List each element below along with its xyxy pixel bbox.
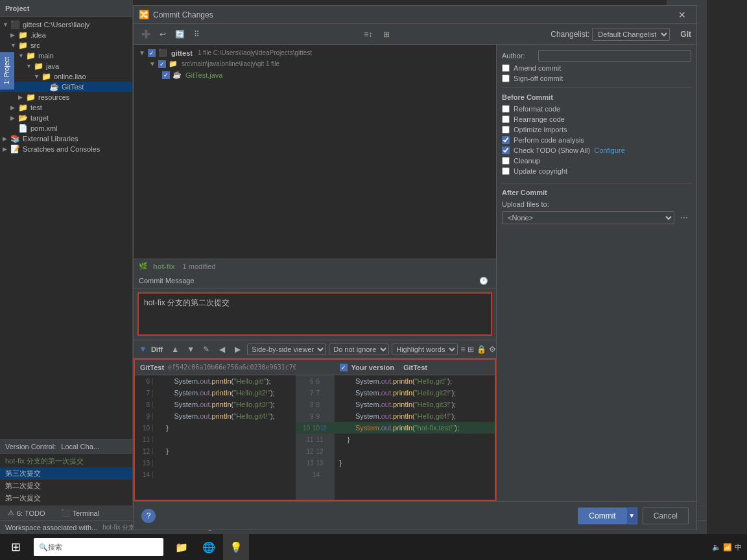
tree-label-gitfile: GitTest	[62, 83, 84, 91]
terminal-tab[interactable]: ⬛ Terminal	[53, 506, 108, 520]
viewer-select[interactable]: Side-by-side viewer	[247, 344, 326, 355]
diff-gear-button[interactable]: ⚙	[489, 342, 496, 356]
file-tree-root[interactable]: ▼ ✓ ⬛ gittest 1 file C:\Users\liaojy\Ide…	[136, 47, 493, 58]
cleanup-checkbox[interactable]	[502, 157, 510, 165]
diff-right-checkbox[interactable]: ✓	[340, 364, 348, 371]
taskbar-file-explorer[interactable]: 📁	[169, 534, 195, 560]
modified-count: 1 modified	[183, 262, 216, 270]
diff-left-header: GitTest ef542c06a10b66e756a6c0230e9631c7…	[135, 360, 296, 375]
author-input[interactable]	[538, 50, 691, 62]
signoff-commit-checkbox[interactable]	[502, 75, 510, 82]
dialog-close-button[interactable]: ✕	[673, 6, 691, 24]
after-commit-title: After Commit	[502, 189, 691, 196]
tree-item-java[interactable]: ▼ 📁 java	[0, 61, 132, 71]
highlight-select[interactable]: Highlight words	[392, 344, 458, 355]
changelist-select[interactable]: Default Changelist	[592, 28, 670, 41]
tree-item-online[interactable]: ▼ 📁 online.liao	[0, 71, 132, 82]
commit-split-button[interactable]: ▼	[627, 508, 637, 524]
start-button[interactable]: ⊞	[0, 534, 31, 560]
clock-icon[interactable]: 🕐	[479, 277, 488, 285]
diff-edit-button[interactable]: ✎	[199, 342, 213, 356]
configure-link[interactable]: Configure	[594, 146, 625, 154]
diff-prev-button[interactable]: ▲	[168, 342, 182, 356]
gutter-line-10: 1010☑	[296, 422, 335, 434]
file-tree-root-item[interactable]: ✓ ⬛ gittest 1 file C:\Users\liaojy\IdeaP…	[148, 49, 312, 57]
commit-button-group: Commit ▼	[578, 508, 637, 524]
rearrange-code-checkbox[interactable]	[502, 115, 510, 123]
gutter-line-12: 1212	[296, 445, 335, 457]
file-tree-sub[interactable]: ▼ ✓ 📁 src\main\java\online\liaojy\git 1 …	[136, 58, 493, 69]
toolbar-group-button[interactable]: ⊞	[379, 27, 394, 41]
amend-commit-checkbox[interactable]	[502, 64, 510, 72]
sub-checkbox[interactable]: ✓	[158, 60, 166, 68]
optimize-imports-checkbox[interactable]	[502, 126, 510, 134]
taskbar-edge[interactable]: 🌐	[196, 534, 222, 560]
diff-lock-button[interactable]: 🔒	[477, 342, 486, 356]
taskbar-intellij[interactable]: 💡	[223, 534, 249, 560]
tree-label-extlib: External Libraries	[23, 135, 78, 143]
help-button[interactable]: ?	[141, 509, 156, 523]
vc-item-4[interactable]: 第一次提交	[0, 492, 132, 504]
upload-select-row: <None> ⋯	[502, 211, 691, 225]
tree-item-extlib[interactable]: ▶ 📚 External Libraries	[0, 134, 132, 144]
perform-analysis-checkbox[interactable]	[502, 136, 510, 144]
toolbar-add-button[interactable]: ➕	[139, 27, 153, 41]
check-todo-row: Check TODO (Show All) Configure	[502, 146, 691, 154]
upload-select[interactable]: <None>	[502, 211, 674, 224]
tree-item-target[interactable]: ▶ 📂 target	[0, 113, 132, 123]
check-todo-checkbox[interactable]	[502, 146, 510, 154]
tree-item-src[interactable]: ▼ 📁 src	[0, 40, 132, 51]
gutter-line-13: 1313	[296, 457, 335, 469]
vc-item-2[interactable]: 第三次提交	[0, 467, 132, 480]
tree-item-test[interactable]: ▶ 📁 test	[0, 102, 132, 113]
taskbar-search[interactable]: 🔍 搜索	[34, 538, 163, 556]
tree-item-gittest[interactable]: ▼ ⬛ gittest C:\Users\liaojy	[0, 19, 132, 30]
after-commit-section: After Commit Upload files to: <None> ⋯	[502, 189, 691, 225]
left-tab-project[interactable]: 1: Project	[0, 52, 14, 89]
taskbar-app-icons: 📁 🌐 💡	[169, 534, 249, 560]
root-checkbox[interactable]: ✓	[148, 49, 156, 57]
folder-icon-test: 📁	[18, 103, 28, 112]
toolbar-sort-button[interactable]: ≡↕	[361, 27, 375, 41]
update-copyright-checkbox[interactable]	[502, 167, 510, 175]
vc-item-1[interactable]: hot-fix 分支的第一次提交	[0, 455, 132, 467]
gutter-line-14: 14	[296, 469, 335, 480]
file-tree-file[interactable]: ✓ ☕ GitTest.java	[136, 69, 493, 80]
left-vertical-tabs: 1: Project	[0, 52, 14, 89]
diff-columns-button[interactable]: ⊞	[468, 342, 474, 356]
diff-collapse-icon[interactable]: ▼	[139, 344, 147, 354]
cancel-button[interactable]: Cancel	[643, 508, 689, 524]
diff-left-line-11: 11	[135, 434, 296, 445]
file-checkbox[interactable]: ✓	[162, 71, 170, 79]
diff-label: Diff	[151, 345, 163, 353]
tree-item-main[interactable]: ▼ 📁 main	[0, 51, 132, 61]
folder-icon-resources: 📁	[26, 93, 36, 102]
tree-item-idea[interactable]: ▶ 📁 .idea	[0, 30, 132, 40]
vc-item-3[interactable]: 第二次提交	[0, 480, 132, 492]
toolbar-more-button[interactable]: ⠿	[189, 27, 204, 41]
commit-msg-input[interactable]	[139, 294, 491, 332]
toolbar-refresh-button[interactable]: 🔄	[172, 27, 187, 41]
diff-next-button[interactable]: ▼	[184, 342, 198, 356]
tree-item-pom[interactable]: 📄 pom.xml	[0, 123, 132, 134]
tree-label-scratches: Scratches and Consoles	[23, 145, 100, 153]
todo-tab[interactable]: ⚠ 6: TODO	[0, 506, 53, 520]
dialog-right-panel: Author: Amend commit Sign-off commit	[497, 45, 696, 501]
diff-back-button[interactable]: ◀	[215, 342, 229, 356]
reformat-code-checkbox[interactable]	[502, 105, 510, 113]
toolbar-undo-button[interactable]: ↩	[156, 27, 170, 41]
diff-forward-button[interactable]: ▶	[230, 342, 244, 356]
tree-item-scratches[interactable]: ▶ 📝 Scratches and Consoles	[0, 144, 132, 154]
diff-left-line-10: 10 }	[135, 422, 296, 434]
tree-item-gitfile[interactable]: ☕ GitTest	[0, 82, 132, 92]
file-tree-file-item[interactable]: ✓ ☕ GitTest.java	[162, 71, 222, 79]
diff-settings-button[interactable]: ≡	[460, 342, 465, 356]
file-label: GitTest.java	[185, 71, 222, 79]
tree-item-resources[interactable]: ▶ 📁 resources	[0, 92, 132, 102]
file-tree-sub-item[interactable]: ✓ 📁 src\main\java\online\liaojy\git 1 fi…	[158, 60, 279, 68]
project-tree: ▼ ⬛ gittest C:\Users\liaojy ▶ 📁 .idea ▼ …	[0, 17, 132, 157]
commit-button[interactable]: Commit	[578, 508, 626, 524]
diff-right-title: GitTest	[403, 364, 427, 371]
upload-more-button[interactable]: ⋯	[677, 211, 691, 225]
ignore-select[interactable]: Do not ignore	[329, 344, 389, 355]
